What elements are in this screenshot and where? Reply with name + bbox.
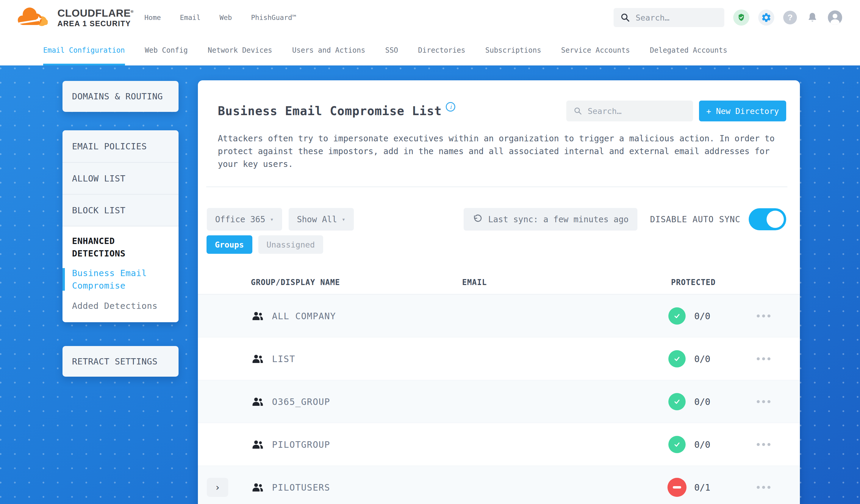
minus-badge	[668, 478, 687, 497]
column-header-email: EMAIL	[462, 278, 487, 287]
group-name: PILOTGROUP	[272, 439, 330, 449]
sidebar-card-policies: EMAIL POLICIES ALLOW LIST BLOCK LIST ENH…	[62, 130, 178, 322]
last-sync-label: Last sync: a few minutes ago	[488, 215, 629, 224]
row-menu-button[interactable]	[757, 400, 771, 403]
settings-gear-button[interactable]	[758, 10, 774, 26]
tab-groups[interactable]: Groups	[206, 235, 252, 254]
new-directory-button[interactable]: + New Directory	[699, 101, 786, 121]
column-header-protected: PROTECTED	[671, 278, 716, 287]
page: CLOUDFLARE® AREA 1 SECURITY Home Email W…	[0, 0, 860, 504]
protected-count: 0/0	[694, 439, 710, 449]
table-row[interactable]: › PILOTUSERS 0/1	[198, 466, 800, 504]
check-badge	[668, 307, 686, 325]
sidebar-item-allow-list[interactable]: ALLOW LIST	[62, 162, 178, 194]
content-area: DOMAINS & ROUTING EMAIL POLICIES ALLOW L…	[0, 66, 860, 504]
show-filter-value: Show All	[297, 215, 337, 224]
filters-row: Office 365 ▾ Show All ▾ Last sync: a few…	[207, 208, 786, 231]
sidebar-item-business-email-compromise[interactable]: Business Email Compromise	[72, 267, 169, 292]
sidebar-item-block-list[interactable]: BLOCK LIST	[62, 194, 178, 226]
sidebar-item-email-policies[interactable]: EMAIL POLICIES	[62, 130, 178, 162]
table-row[interactable]: LIST 0/0	[198, 337, 800, 380]
chevron-down-icon: ▾	[342, 216, 345, 223]
row-menu-button[interactable]	[757, 443, 771, 446]
group-name: PILOTUSERS	[272, 482, 330, 492]
directory-dropdown[interactable]: Office 365 ▾	[207, 208, 282, 231]
sidebar-card-domains: DOMAINS & ROUTING	[62, 81, 178, 112]
tab-unassigned[interactable]: Unassigned	[258, 235, 324, 254]
tab-directories[interactable]: Directories	[418, 35, 465, 66]
row-menu-button[interactable]	[757, 315, 771, 317]
protected-count: 0/0	[694, 396, 710, 407]
protected-count: 0/0	[694, 354, 710, 364]
tab-service-accounts[interactable]: Service Accounts	[561, 35, 630, 66]
group-icon	[251, 396, 265, 408]
global-search-input[interactable]	[636, 13, 718, 22]
list-search-input[interactable]	[588, 106, 686, 116]
question-mark-icon: ?	[787, 13, 792, 22]
sidebar-card-retract: RETRACT SETTINGS	[62, 346, 178, 377]
sidebar-item-retract-settings[interactable]: RETRACT SETTINGS	[62, 346, 178, 377]
show-filter-dropdown[interactable]: Show All ▾	[289, 208, 354, 231]
security-status-button[interactable]	[733, 10, 749, 26]
toggle-knob	[766, 211, 784, 228]
tab-delegated-accounts[interactable]: Delegated Accounts	[650, 35, 727, 66]
row-menu-button[interactable]	[757, 486, 771, 489]
expand-row-button[interactable]: ›	[207, 478, 228, 497]
panel-header: Business Email Compromise List i + New D…	[218, 101, 786, 121]
list-search[interactable]	[566, 101, 693, 121]
nav-item-phishguard[interactable]: PhishGuard™	[251, 14, 296, 21]
help-button[interactable]: ?	[783, 11, 797, 24]
brand-name: CLOUDFLARE	[57, 7, 131, 19]
table-row[interactable]: ALL COMPANY 0/0	[198, 294, 800, 337]
tab-email-configuration[interactable]: Email Configuration	[43, 35, 125, 66]
registered-mark: ®	[131, 9, 134, 14]
tab-network-devices[interactable]: Network Devices	[208, 35, 272, 66]
nav-item-email[interactable]: Email	[180, 14, 201, 21]
view-tabs: Groups Unassigned	[206, 235, 786, 254]
sidebar-item-domains-routing[interactable]: DOMAINS & ROUTING	[62, 81, 178, 112]
protected-count: 0/0	[694, 311, 710, 321]
last-sync-button[interactable]: Last sync: a few minutes ago	[464, 208, 637, 231]
table-row[interactable]: O365_GROUP 0/0	[198, 380, 800, 423]
auto-sync-toggle[interactable]	[749, 208, 786, 230]
brand-text: CLOUDFLARE® AREA 1 SECURITY	[57, 8, 134, 28]
group-name: ALL COMPANY	[272, 311, 336, 321]
nav-item-web[interactable]: Web	[220, 14, 232, 21]
top-bar: CLOUDFLARE® AREA 1 SECURITY Home Email W…	[0, 0, 860, 35]
page-description: Attackers often try to impersonate execu…	[218, 132, 783, 171]
check-badge	[668, 350, 686, 368]
notifications-bell-button[interactable]	[806, 11, 819, 24]
global-search[interactable]	[614, 8, 724, 27]
group-name: O365_GROUP	[272, 396, 330, 407]
page-title: Business Email Compromise List	[218, 104, 442, 118]
tab-web-config[interactable]: Web Config	[145, 35, 188, 66]
brand-subtitle: AREA 1 SECURITY	[57, 20, 134, 27]
group-icon	[251, 310, 265, 322]
tab-sso[interactable]: SSO	[385, 35, 398, 66]
tab-subscriptions[interactable]: Subscriptions	[485, 35, 541, 66]
chevron-down-icon: ▾	[270, 216, 274, 223]
groups-table: GROUP/DISPLAY NAME EMAIL PROTECTED	[198, 271, 800, 504]
check-badge	[668, 393, 686, 410]
config-tabbar: Email Configuration Web Config Network D…	[0, 35, 860, 66]
refresh-icon	[473, 214, 483, 224]
cloudflare-logo[interactable]: CLOUDFLARE® AREA 1 SECURITY	[16, 5, 134, 30]
nav-item-home[interactable]: Home	[144, 14, 161, 21]
user-account-button[interactable]	[828, 11, 842, 25]
row-menu-button[interactable]	[757, 357, 771, 360]
search-icon	[620, 13, 630, 23]
directory-dropdown-value: Office 365	[215, 215, 266, 224]
sidebar-item-enhanced-detections[interactable]: ENHANCED DETECTIONS	[72, 235, 169, 260]
top-right-controls: ?	[614, 8, 842, 27]
check-badge	[668, 436, 686, 453]
divider	[206, 187, 787, 187]
group-icon	[251, 481, 265, 493]
sidebar-section-enhanced-detections: ENHANCED DETECTIONS Business Email Compr…	[62, 226, 178, 322]
group-name: LIST	[272, 354, 295, 364]
tab-users-and-actions[interactable]: Users and Actions	[292, 35, 366, 66]
info-icon[interactable]: i	[446, 102, 455, 112]
main-panel: Business Email Compromise List i + New D…	[198, 80, 800, 504]
column-header-group-display-name: GROUP/DISPLAY NAME	[251, 278, 340, 287]
table-row[interactable]: PILOTGROUP 0/0	[198, 423, 800, 466]
sidebar-item-added-detections[interactable]: Added Detections	[72, 301, 169, 311]
